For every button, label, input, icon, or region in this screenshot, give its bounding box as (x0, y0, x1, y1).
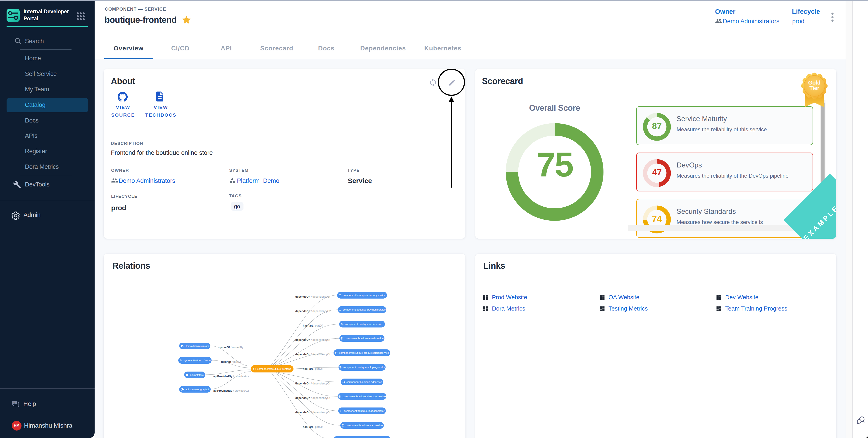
svg-text:apiProvidedBy / providesApi: apiProvidedBy / providesApi (213, 389, 249, 392)
svg-text:Gold: Gold (808, 79, 821, 86)
svg-text:dependsOn / dependencyOf: dependsOn / dependencyOf (295, 338, 330, 341)
svg-text:dependsOn / dependencyOf: dependsOn / dependencyOf (295, 411, 330, 414)
svg-text:dependsOn / dependencyOf: dependsOn / dependencyOf (295, 353, 330, 356)
svg-text:74: 74 (652, 214, 662, 224)
svg-text:hasPart / partOf: hasPart / partOf (303, 324, 323, 327)
svg-text:hasPart / partOf: hasPart / partOf (303, 367, 323, 370)
svg-text:dependsOn / dependencyOf: dependsOn / dependencyOf (295, 382, 330, 385)
svg-text:75: 75 (536, 145, 573, 184)
svg-text:Tier: Tier (809, 85, 819, 91)
svg-text:hasPart / partOf: hasPart / partOf (303, 425, 323, 429)
svg-text:hasPart / partOf: hasPart / partOf (221, 360, 241, 363)
svg-text:?: ? (13, 401, 15, 405)
svg-text:dependsOn / dependencyOf: dependsOn / dependencyOf (295, 310, 330, 313)
svg-text:dependsOn / dependencyOf: dependsOn / dependencyOf (295, 295, 330, 298)
svg-text:dependsOn / dependencyOf: dependsOn / dependencyOf (295, 396, 330, 400)
svg-text:ownerOf / ownedBy: ownerOf / ownedBy (219, 346, 243, 349)
svg-text:apiProvidedBy / providesApi: apiProvidedBy / providesApi (213, 375, 249, 378)
svg-text:47: 47 (652, 167, 662, 177)
svg-text:87: 87 (652, 121, 662, 131)
